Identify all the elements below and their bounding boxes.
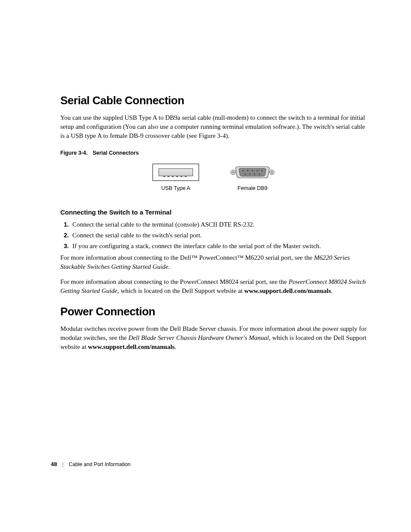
page-content: Serial Cable Connection You can use the … xyxy=(0,0,411,352)
page-number: 48 xyxy=(51,461,57,467)
heading-serial-cable: Serial Cable Connection xyxy=(60,94,368,107)
svg-point-6 xyxy=(252,170,253,171)
usb-label: USB Type A xyxy=(161,185,190,191)
svg-point-3 xyxy=(271,171,273,174)
page-footer: 48 | Cable and Port Information xyxy=(51,461,131,467)
svg-point-1 xyxy=(232,171,234,174)
step-number: 1. xyxy=(60,221,72,228)
figure-connectors: USB Type A xyxy=(60,164,368,191)
document-title-italic: Dell Blade Server Chassis Hardware Owner… xyxy=(128,334,271,341)
list-item: 1. Connect the serial cable to the termi… xyxy=(60,221,368,228)
url-bold: www.support.dell.com/manuals xyxy=(88,343,174,350)
svg-point-7 xyxy=(257,170,258,171)
svg-point-8 xyxy=(262,170,263,171)
steps-list: 1. Connect the serial cable to the termi… xyxy=(60,221,368,250)
svg-point-12 xyxy=(259,174,260,175)
step-text: Connect the serial cable to the terminal… xyxy=(72,221,368,228)
figure-caption: Figure 3-4.Serial Connectors xyxy=(60,150,368,156)
figure-title: Serial Connectors xyxy=(93,150,139,156)
svg-point-10 xyxy=(249,174,251,175)
svg-point-5 xyxy=(247,170,249,171)
footer-section-title: Cable and Port Information xyxy=(69,461,131,467)
figure-number: Figure 3-4. xyxy=(60,150,87,156)
usb-connector-diagram xyxy=(153,164,199,181)
svg-point-11 xyxy=(254,174,255,175)
text-fragment: . xyxy=(331,287,333,294)
para-m8024-info: For more information about connecting to… xyxy=(60,277,368,296)
text-fragment: which is located on the Dell Support web… xyxy=(119,287,244,294)
text-fragment: For more information about connecting to… xyxy=(60,278,289,285)
list-item: 3. If you are configuring a stack, conne… xyxy=(60,243,368,250)
para-power-info: Modular switches receive power from the … xyxy=(60,324,368,352)
footer-divider: | xyxy=(62,461,63,467)
text-fragment: . xyxy=(174,343,176,350)
db9-connector-diagram xyxy=(229,164,276,181)
step-number: 2. xyxy=(60,232,72,239)
svg-point-4 xyxy=(243,170,244,171)
para-m6220-info: For more information about connecting to… xyxy=(60,253,368,271)
para-serial-intro: You can use the suppled USB Type A to DB… xyxy=(60,113,368,140)
url-bold: www.support.dell.com/manuals xyxy=(244,287,331,294)
heading-power-connection: Power Connection xyxy=(60,305,368,318)
subheading-connecting-terminal: Connecting the Switch to a Terminal xyxy=(60,208,368,216)
text-fragment: For more information about connecting to… xyxy=(60,254,314,261)
figure-usb: USB Type A xyxy=(153,164,199,191)
figure-db9: Female DB9 xyxy=(229,164,276,191)
usb-port-icon xyxy=(159,168,193,176)
step-text: Connect the serial cable to the switch's… xyxy=(72,232,368,239)
db9-label: Female DB9 xyxy=(237,185,267,191)
step-text: If you are configuring a stack, connect … xyxy=(72,243,368,250)
list-item: 2. Connect the serial cable to the switc… xyxy=(60,232,368,239)
svg-point-9 xyxy=(245,174,246,175)
db9-connector-icon xyxy=(230,165,275,180)
step-number: 3. xyxy=(60,243,72,250)
